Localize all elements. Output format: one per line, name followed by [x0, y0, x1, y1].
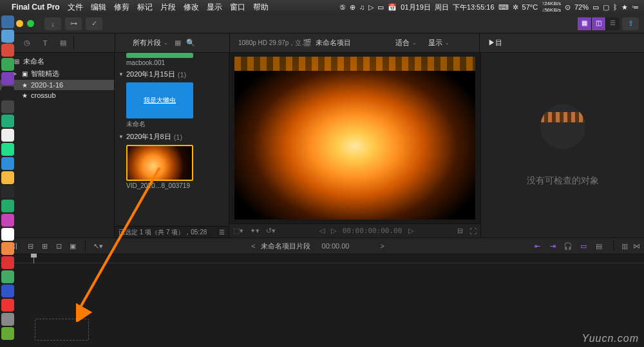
dock-app-icon[interactable] — [1, 285, 14, 297]
titles-tab-icon[interactable]: T — [36, 35, 54, 51]
dock-app-icon[interactable] — [1, 256, 14, 269]
dock-app-icon[interactable] — [1, 143, 14, 156]
status-icon[interactable]: ⑤ — [339, 3, 346, 12]
dock-app-icon[interactable] — [1, 157, 14, 170]
dock-app-icon[interactable] — [1, 185, 14, 198]
prev-edit-icon[interactable]: ◁ — [319, 227, 325, 235]
clip-thumbnail-selected[interactable]: VID_2020…8_003719 — [126, 145, 225, 189]
audio-skimming-icon[interactable]: ⇥ — [546, 241, 559, 251]
arrow-tool-icon[interactable]: ↖▾ — [91, 240, 105, 252]
nav-next-icon[interactable]: > — [380, 242, 384, 250]
minimize-button[interactable] — [16, 20, 23, 27]
sidebar-item-smart[interactable]: ▶ ▣ 智能精选 — [0, 68, 114, 80]
fullscreen-icon[interactable]: ⛶ — [469, 227, 477, 235]
dock-app-icon[interactable] — [1, 270, 14, 283]
loop-icon[interactable]: ⊟ — [457, 227, 463, 235]
maximize-button[interactable] — [27, 20, 34, 27]
menu-icon[interactable]: ≔ — [632, 3, 639, 12]
photos-tab-icon[interactable]: ◷ — [18, 35, 36, 51]
timeline-ruler[interactable] — [0, 254, 644, 263]
dock-app-icon[interactable] — [1, 214, 14, 227]
dock-app-icon[interactable] — [1, 115, 14, 127]
skimming-icon[interactable]: ⇤ — [531, 241, 544, 251]
share-button[interactable]: ⇪ — [622, 17, 639, 30]
search-icon[interactable]: 🔍 — [186, 39, 195, 47]
bg-tasks-button[interactable]: ✓ — [86, 17, 102, 30]
wifi-icon[interactable]: ⊙ — [565, 3, 571, 12]
sidebar-item-event[interactable]: ★ 2020-1-16 — [0, 80, 114, 90]
dock-app-icon[interactable] — [1, 72, 14, 85]
clip-thumbnail[interactable]: 我是大懒虫 未命名 — [126, 82, 225, 129]
timeline-dropzone[interactable] — [35, 319, 89, 341]
menu-modify[interactable]: 修改 — [184, 2, 199, 13]
dock-app-icon[interactable] — [1, 228, 14, 241]
date-group-header[interactable]: ▼ 2020年1月15日 (1) — [115, 68, 229, 81]
play-icon[interactable]: ▷ — [331, 227, 336, 235]
import-button[interactable]: ↓ — [44, 17, 61, 30]
dock-app-icon[interactable] — [1, 44, 14, 57]
battery[interactable]: 72% — [574, 3, 589, 11]
next-edit-icon[interactable]: ▷ — [408, 227, 413, 235]
retime-tool-icon[interactable]: ↺▾ — [266, 227, 276, 235]
box-icon[interactable]: ▭ — [377, 3, 384, 12]
snapping-icon[interactable]: ▭ — [577, 241, 590, 251]
layout-dual-icon[interactable]: ◫ — [592, 17, 606, 30]
fit-select[interactable]: 适合⌄ — [392, 38, 421, 48]
menu-edit[interactable]: 编辑 — [91, 2, 106, 13]
play-icon[interactable]: ▷ — [368, 3, 374, 12]
viewer-canvas[interactable] — [234, 57, 475, 220]
dock-app-icon[interactable] — [1, 171, 14, 184]
view-select[interactable]: 显示⌄ — [424, 38, 453, 48]
menu-file[interactable]: 文件 — [68, 2, 83, 13]
connect-clip-icon[interactable]: ⊟ — [23, 240, 37, 252]
fan-icon[interactable]: ✲ — [513, 3, 518, 12]
bluetooth-icon[interactable]: ᛒ — [613, 3, 618, 11]
sidebar-library-root[interactable]: ▼ ⊞ 未命名 — [0, 55, 114, 68]
menu-window[interactable]: 窗口 — [230, 2, 245, 13]
clip-filter-select[interactable]: 所有片段 ⌄ ▦ 🔍 — [129, 38, 199, 48]
time[interactable]: 下午13:55:16 — [453, 3, 495, 12]
disclosure-triangle-icon[interactable]: ▼ — [118, 134, 124, 140]
dock-app-icon[interactable] — [1, 299, 14, 312]
generators-tab-icon[interactable]: ▤ — [54, 35, 72, 51]
layout-list-icon[interactable]: ☰ — [606, 17, 620, 30]
keyword-button[interactable]: ⊶ — [65, 17, 82, 30]
playhead[interactable] — [33, 254, 34, 263]
grid-icon[interactable]: ▦ — [175, 39, 181, 47]
menu-trim[interactable]: 修剪 — [114, 2, 129, 13]
dock-app-icon[interactable] — [1, 58, 14, 71]
menu-mark[interactable]: 标记 — [137, 2, 153, 13]
transform-tool-icon[interactable]: ⬚▾ — [233, 227, 243, 235]
enhance-tool-icon[interactable]: ✦▾ — [250, 227, 260, 235]
dock-app-icon[interactable] — [1, 129, 14, 142]
dock-app-icon[interactable] — [1, 100, 14, 113]
transitions-browser-icon[interactable]: ⋈ — [633, 242, 640, 250]
menu-clip[interactable]: 片段 — [160, 2, 176, 13]
list-view-icon[interactable]: ☰ — [219, 229, 225, 236]
dock-app-icon[interactable] — [1, 327, 14, 340]
append-clip-icon[interactable]: ⊡ — [52, 240, 66, 252]
dock-app-icon[interactable] — [1, 200, 14, 212]
spotlight-icon[interactable]: ★ — [621, 3, 628, 12]
timecode-display[interactable]: 00:00:00:00.00 — [343, 227, 402, 235]
date-group-header[interactable]: ▼ 2020年1月8日 (1) — [115, 130, 229, 144]
sidebar-item-event[interactable]: ★ crossub — [0, 90, 114, 100]
date[interactable]: 01月19日 — [401, 3, 430, 12]
keyboard-icon[interactable]: ⌨ — [498, 3, 509, 12]
insert-clip-icon[interactable]: ⊞ — [37, 240, 52, 252]
layout-toggle[interactable]: ▦ ◫ ☰ — [578, 17, 620, 30]
dock-app-icon[interactable] — [1, 30, 14, 42]
overwrite-clip-icon[interactable]: ▣ — [66, 240, 80, 252]
dock-app-icon[interactable] — [1, 15, 14, 28]
timeline[interactable] — [0, 254, 644, 347]
display-icon[interactable]: ▢ — [603, 3, 609, 12]
calendar-icon[interactable]: 📅 — [388, 3, 397, 12]
lane-icon[interactable]: ▤ — [592, 241, 605, 251]
layout-grid-icon[interactable]: ▦ — [578, 17, 592, 30]
solo-icon[interactable]: 🎧 — [562, 241, 574, 251]
menu-view[interactable]: 显示 — [207, 2, 222, 13]
music-icon[interactable]: ♫ — [359, 3, 365, 11]
effects-browser-icon[interactable]: ▥ — [621, 242, 628, 250]
nav-prev-icon[interactable]: < — [251, 242, 255, 250]
menu-help[interactable]: 帮助 — [253, 2, 269, 13]
